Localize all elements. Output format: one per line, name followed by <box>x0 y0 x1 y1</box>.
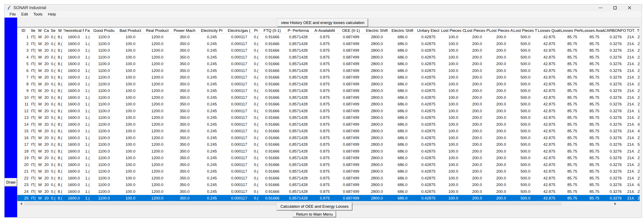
table-row[interactable]: 14IT(W200.(8.(1600.01.(1100.0100.01200.0… <box>17 121 640 128</box>
column-header-21-unitary-elect[interactable]: Unitary Elect <box>415 28 442 34</box>
cell: 20 <box>43 40 50 47</box>
column-header-16-p-performa[interactable]: P- Performa <box>285 28 312 34</box>
table-row[interactable]: 13IT(W200.(8.(1600.01.(1100.0100.01200.0… <box>17 114 640 121</box>
column-header-3-ca[interactable]: Ca <box>43 28 50 34</box>
cell: 100.0 <box>117 188 144 195</box>
cell: 85.75 <box>584 54 605 61</box>
column-header-14-pr[interactable]: Pr <box>253 28 260 34</box>
table-row[interactable]: 12IT(W200.(8.(1600.01.(1100.0100.01200.0… <box>17 108 640 114</box>
menu-item-help[interactable]: Help <box>45 12 59 16</box>
cell: 0.( <box>253 88 260 94</box>
view-history-button[interactable]: view History OEE and energy looses calcu… <box>277 18 368 27</box>
table-row[interactable]: 15IT(W200.(8.(1600.01.(1100.0100.01200.0… <box>17 128 640 134</box>
close-button[interactable]: ✕ <box>622 4 637 11</box>
table-row[interactable]: 23IT(W200.(8.(1600.01.(1100.0100.01200.0… <box>17 182 640 188</box>
cell: 1100.0 <box>91 175 117 182</box>
column-header-2-w[interactable]: W <box>37 28 43 34</box>
calculate-oee-button[interactable]: Calculation of OEE and Energy Looses <box>276 202 352 210</box>
table-row[interactable]: 4IT(W200.(8.(1600.01.(1100.0100.01200.03… <box>17 54 640 61</box>
cell: 200.0 <box>489 54 513 61</box>
cell: IT( <box>30 182 37 188</box>
cell: 0.( <box>253 114 260 121</box>
cell: 1600.0 <box>64 141 84 148</box>
table-row[interactable]: 19IT(W200.(8.(1600.01.(1100.0100.01200.0… <box>17 154 640 162</box>
column-header-22-lost-pieces-c[interactable]: Lost Pieces C <box>442 28 465 34</box>
cell: 1100.0 <box>91 168 117 175</box>
table-row[interactable]: 25IT(W200.(8.(1600.01.(1100.0100.01200.0… <box>17 195 640 201</box>
table-row[interactable]: 10IT(W200.(8.(1600.01.(1100.0100.01200.0… <box>17 94 640 101</box>
column-header-18-oee-0-1[interactable]: OEE (0-1) <box>338 28 364 34</box>
cell: 0.3276 <box>605 141 626 148</box>
column-header-31-tc[interactable]: TC <box>636 28 640 34</box>
maximize-button[interactable] <box>608 4 622 11</box>
cell: 1.( <box>84 134 91 142</box>
table-row[interactable]: 7IT(W200.(8.(1600.01.(1100.0100.01200.03… <box>17 74 640 81</box>
table-row[interactable]: 5IT(W200.(8.(1600.01.(1100.0100.01200.03… <box>17 60 640 68</box>
column-header-20-electric-shift[interactable]: Electric Shift <box>390 28 415 34</box>
column-header-24-lost-pieces-a[interactable]: Lost Pieces A <box>489 28 513 34</box>
cell: 100.0 <box>442 60 465 68</box>
menu-item-edit[interactable]: Edit <box>18 12 31 16</box>
table-row[interactable]: 17IT(W200.(8.(1600.01.(1100.0100.01200.0… <box>17 141 640 148</box>
column-header-10-real-product[interactable]: Real Product <box>144 28 171 34</box>
cell: 200.0 <box>465 60 489 68</box>
column-header-27-losses-perfo[interactable]: Losses Perfo <box>561 28 584 34</box>
column-header-9-bad-product[interactable]: Bad Product <box>117 28 144 34</box>
cell: 20 <box>17 162 30 168</box>
column-header-5-w[interactable]: W <box>57 28 64 34</box>
table-row[interactable]: 21IT(W200.(8.(1600.01.(1100.0100.01200.0… <box>17 168 640 175</box>
column-header-28-losses-availa[interactable]: Losses Availa <box>584 28 605 34</box>
column-header-4-se[interactable]: Se <box>50 28 57 34</box>
column-header-25-lost-pieces-t[interactable]: Lost Pieces T <box>513 28 538 34</box>
cell: 1.( <box>84 175 91 182</box>
cell: 686.0 <box>390 74 415 81</box>
column-header-29-carbonfo[interactable]: CARBONFO( <box>605 28 626 34</box>
table-row[interactable]: 11IT(W200.(8.(1600.01.(1100.0100.01200.0… <box>17 101 640 108</box>
table-row[interactable]: 8IT(W200.(8.(1600.01.(1100.0100.01200.03… <box>17 81 640 88</box>
table-row[interactable]: 16IT(W200.(8.(1600.01.(1100.0100.01200.0… <box>17 134 640 142</box>
column-header-8-good-produ[interactable]: Good Produ <box>91 28 117 34</box>
cell: 2800.0 <box>364 108 390 114</box>
cell: 1200.0 <box>144 195 171 201</box>
scroll-left-button[interactable] <box>19 202 23 206</box>
column-header-1-ite[interactable]: Ite <box>30 28 37 34</box>
menu-item-tools[interactable]: Tools <box>30 12 45 16</box>
table-row[interactable]: 6IT(W200.(8.(1600.01.(1100.0100.01200.03… <box>17 68 640 74</box>
column-header-19-electric-shift[interactable]: Electric Shift <box>364 28 390 34</box>
table-row[interactable]: 3IT(W200.(8.(1600.01.(1100.0100.01200.03… <box>17 47 640 54</box>
return-main-menu-button[interactable]: Return to Main Menu <box>293 211 336 217</box>
cell: 200.0 <box>489 154 513 162</box>
column-header-0-id[interactable]: ID <box>17 28 30 34</box>
cell: 100.0 <box>117 162 144 168</box>
table-row[interactable]: 18IT(W200.(8.(1600.01.(1100.0100.01200.0… <box>17 148 640 155</box>
column-header-15-ftq-0-1[interactable]: FTQ (0-1) <box>260 28 285 34</box>
column-header-13-electric-gas[interactable]: Electric/gas ( <box>226 28 253 34</box>
cell: 686.0 <box>390 182 415 188</box>
table-row[interactable]: 22IT(W200.(8.(1600.01.(1100.0100.01200.0… <box>17 175 640 182</box>
column-header-30-tot[interactable]: TOT. <box>626 28 636 34</box>
table-row[interactable]: 24IT(W200.(8.(1600.01.(1100.0100.01200.0… <box>17 188 640 195</box>
cell: 85.75 <box>584 88 605 94</box>
column-header-12-electricity-pr[interactable]: Electricity Pr <box>198 28 226 34</box>
cell: W <box>37 94 43 101</box>
table-row[interactable]: 20IT(W200.(8.(1600.01.(1100.0100.01200.0… <box>17 162 640 168</box>
column-header-6-theoretical-p[interactable]: Theoretical P <box>64 28 84 34</box>
column-header-11-power-mach[interactable]: Power Mach <box>171 28 198 34</box>
cell: 0.687499 <box>338 108 364 114</box>
draw-button[interactable]: Draw <box>4 178 17 186</box>
cell: 100.0 <box>117 128 144 134</box>
column-header-7-fa[interactable]: Fa <box>84 28 91 34</box>
cell: 2800.0 <box>364 81 390 88</box>
cell: 200.0 <box>465 141 489 148</box>
cell: 0.687499 <box>338 54 364 61</box>
table-row[interactable]: 1IT(W200.(8.(1600.01.(1100.0100.01200.03… <box>17 34 640 40</box>
column-header-23-lost-pieces-p[interactable]: Lost Pieces P <box>465 28 489 34</box>
minimize-button[interactable] <box>593 4 608 11</box>
cell: 500.0 <box>513 94 538 101</box>
menu-item-file[interactable]: File <box>7 12 18 16</box>
column-header-26-losses-quali[interactable]: Losses Quali <box>538 28 561 34</box>
scroll-right-button[interactable] <box>613 202 618 206</box>
table-row[interactable]: 2IT(W200.(8.(1600.01.(1100.0100.01200.03… <box>17 40 640 47</box>
table-row[interactable]: 9IT(W200.(8.(1600.01.(1100.0100.01200.03… <box>17 88 640 94</box>
column-header-17-a-availabilit[interactable]: A-Availabilit <box>312 28 338 34</box>
